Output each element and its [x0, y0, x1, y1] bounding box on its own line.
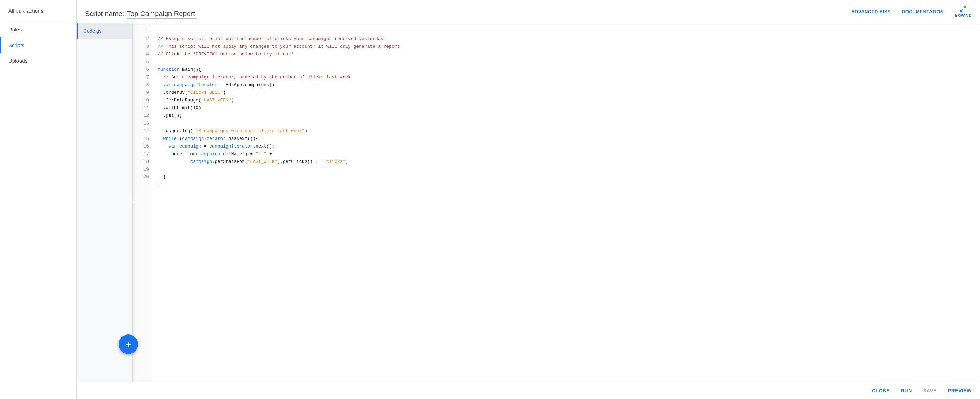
script-name-input[interactable]: Top Campaign Report: [127, 10, 197, 19]
code-line-12: [158, 121, 161, 126]
resize-handle[interactable]: ⋮: [132, 23, 135, 382]
main-panel: Script name: Top Campaign Report ADVANCE…: [77, 0, 980, 399]
script-name-label: Script name:: [85, 10, 124, 18]
code-line-9: .forDateRange("LAST_WEEK"): [158, 98, 234, 103]
code-line-14: while (campaignIterator.hasNext()){: [158, 136, 258, 141]
advanced-apis-link[interactable]: ADVANCED APIS: [851, 9, 891, 14]
sidebar: All bulk actions Rules Scripts Uploads: [0, 0, 77, 399]
run-button[interactable]: RUN: [901, 388, 912, 393]
code-content[interactable]: // Example script: print out the number …: [152, 23, 980, 382]
code-line-15: var campaign = campaignIterator.next();: [158, 144, 275, 149]
header: Script name: Top Campaign Report ADVANCE…: [77, 0, 980, 23]
code-line-18: [158, 167, 161, 172]
expand-icon: [960, 6, 967, 13]
header-right: ADVANCED APIS DOCUMENTATION EXPAND: [851, 6, 972, 23]
preview-button[interactable]: PREVIEW: [948, 388, 972, 393]
sidebar-item-rules[interactable]: Rules: [0, 22, 76, 37]
expand-label: EXPAND: [955, 13, 972, 17]
code-line-17: campaign.getStatsFor("LAST_WEEK").getCli…: [158, 159, 348, 164]
code-line-5: function main(){: [158, 67, 201, 72]
code-line-1: // Example script: print out the number …: [158, 36, 383, 41]
code-line-20: }: [158, 182, 161, 187]
sidebar-item-all-bulk-actions[interactable]: All bulk actions: [0, 3, 76, 19]
expand-button[interactable]: EXPAND: [955, 6, 972, 17]
code-line-13: Logger.log("10 campaigns with most click…: [158, 128, 307, 134]
close-button[interactable]: CLOSE: [872, 388, 890, 393]
code-line-3: // Click the 'PREVIEW' button below to t…: [158, 52, 294, 57]
code-line-8: .orderBy("Clicks DESC"): [158, 90, 226, 95]
code-line-16: Logger.log(campaign.getName() + ": " +: [158, 151, 272, 157]
code-line-19: }: [158, 174, 165, 180]
code-editor[interactable]: 1 2 3 4 5 6 7 8 9 10 11 12 13 14 15 16 1…: [135, 23, 980, 382]
file-tabs-panel: Code.gs: [77, 23, 132, 382]
documentation-link[interactable]: DOCUMENTATION: [902, 9, 944, 14]
file-tab-code-gs[interactable]: Code.gs: [77, 23, 132, 39]
code-line-10: .withLimit(10): [158, 105, 201, 111]
header-left: Script name: Top Campaign Report: [85, 10, 197, 19]
editor-container: Code.gs ⋮ 1 2 3 4 5 6 7 8 9 10 11 12 13 …: [77, 23, 980, 382]
save-button[interactable]: SAVE: [923, 388, 937, 393]
code-line-6: // Get a campaign iterator, ordered by t…: [158, 75, 351, 80]
code-line-4: [158, 59, 161, 65]
line-numbers: 1 2 3 4 5 6 7 8 9 10 11 12 13 14 15 16 1…: [135, 23, 152, 382]
code-line-7: var campaignIterator = AdsApp.campaigns(…: [158, 82, 274, 87]
sidebar-item-scripts[interactable]: Scripts: [0, 37, 76, 53]
sidebar-divider: [6, 20, 71, 20]
add-script-button[interactable]: +: [119, 334, 138, 354]
code-line-2: // This script will not apply any change…: [158, 44, 400, 49]
code-line-11: .get();: [158, 113, 182, 118]
footer: CLOSE RUN SAVE PREVIEW: [77, 382, 980, 399]
sidebar-item-uploads[interactable]: Uploads: [0, 53, 76, 69]
